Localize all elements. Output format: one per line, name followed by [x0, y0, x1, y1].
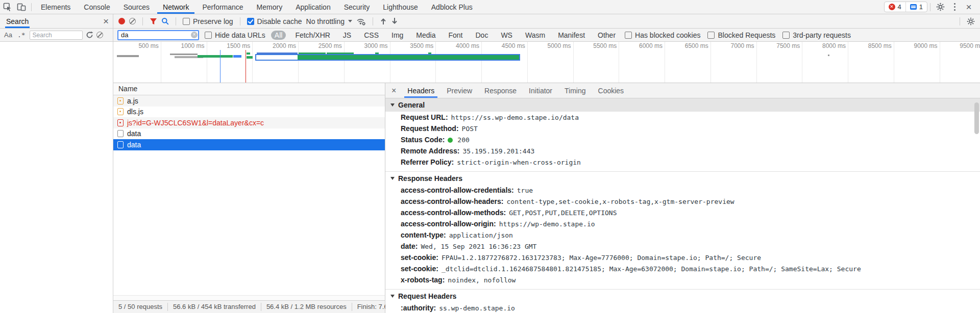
waterfall-bar[interactable] [233, 55, 241, 58]
horizontal-scrollbar[interactable] [113, 295, 385, 300]
status-bar-item: 56.4 kB / 1.2 MB resources [261, 303, 352, 311]
resource-type-pill[interactable]: Img [388, 31, 407, 40]
waterfall-bar[interactable] [170, 54, 198, 55]
refresh-icon[interactable] [86, 31, 93, 39]
file-type-icon [117, 119, 124, 126]
resource-type-pill[interactable]: CSS [360, 31, 382, 40]
filter-clear-icon[interactable]: × [191, 32, 198, 38]
timeline-tick-label: 2000 ms [265, 42, 296, 49]
network-overview-timeline[interactable]: 500 ms1000 ms1500 ms2000 ms2500 ms3000 m… [113, 42, 980, 83]
filter-checkbox[interactable]: 3rd-party requests [782, 31, 851, 39]
network-filter-bar: × Hide data URLs All Fetch/XHR JS CSS Im… [113, 29, 980, 42]
main-tab[interactable]: Elements [34, 0, 77, 14]
network-conditions-icon[interactable] [356, 17, 366, 25]
details-tab[interactable]: Preview [440, 83, 478, 98]
filter-checkbox[interactable]: Blocked Requests [707, 31, 775, 39]
regex-toggle[interactable]: .* [16, 31, 27, 39]
section-header-response-headers[interactable]: Response Headers [385, 171, 980, 185]
details-tab[interactable]: Response [478, 83, 523, 98]
resource-type-pill[interactable]: Manifest [554, 31, 589, 40]
resource-type-pill[interactable]: Doc [472, 31, 492, 40]
header-kv-row: x-robots-tag:noindex, nofollow [385, 274, 980, 285]
more-options-kebab-icon[interactable] [947, 1, 962, 14]
network-settings-gear-icon[interactable] [967, 17, 975, 25]
resource-type-pill[interactable]: WS [497, 31, 516, 40]
main-tab[interactable]: Performance [195, 0, 250, 14]
waterfall-bar[interactable] [117, 55, 139, 57]
details-tab[interactable]: Headers [401, 83, 440, 98]
details-close-icon[interactable]: × [385, 86, 401, 95]
main-tab-label: Memory [257, 3, 283, 11]
divider [240, 17, 240, 25]
resource-type-pill[interactable]: Media [412, 31, 439, 40]
filter-checkbox[interactable]: Has blocked cookies [625, 31, 700, 39]
waterfall-bar[interactable] [198, 55, 233, 58]
resource-type-pill[interactable]: JS [339, 31, 355, 40]
filter-checkbox-label: 3rd-party requests [793, 31, 851, 39]
search-input[interactable] [30, 31, 83, 40]
vertical-scrollbar-thumb[interactable] [974, 102, 979, 134]
filter-funnel-icon[interactable] [150, 18, 157, 25]
request-row[interactable]: a.js [113, 95, 385, 107]
hide-data-urls-checkbox[interactable]: Hide data URLs [205, 31, 265, 39]
name-column-header[interactable]: Name [113, 83, 385, 95]
timeline-tick-label: 1000 ms [174, 42, 205, 49]
main-tab[interactable]: Memory [250, 0, 289, 14]
import-har-icon[interactable] [380, 17, 387, 25]
waterfall-bar[interactable] [828, 55, 830, 56]
header-key: Status Code: [401, 136, 445, 144]
waterfall-bar[interactable] [247, 56, 253, 59]
clear-search-icon[interactable] [96, 32, 103, 38]
resource-type-pill[interactable]: Font [445, 31, 466, 40]
disable-cache-checkbox[interactable]: Disable cache [247, 17, 302, 25]
triangle-down-icon [390, 295, 395, 298]
issues-count-badge[interactable]: 1 [905, 2, 927, 12]
resource-type-pill[interactable]: Wasm [522, 31, 549, 40]
match-case-toggle[interactable]: Aa [3, 31, 13, 39]
close-devtools-icon[interactable]: × [962, 1, 976, 14]
resource-type-pill[interactable]: Fetch/XHR [291, 31, 333, 40]
resource-type-label: Fetch/XHR [295, 31, 330, 39]
main-tab[interactable]: Sources [117, 0, 156, 14]
search-drawer-tab[interactable]: Search [5, 14, 30, 28]
header-key: content-type: [401, 231, 446, 239]
main-tab[interactable]: Lighthouse [376, 0, 425, 14]
console-errors-badge[interactable]: ✕ 4 [885, 2, 905, 12]
clear-network-log-icon[interactable] [129, 18, 136, 24]
section-header-general[interactable]: General [385, 98, 980, 112]
header-value: https://ss.wp-demo.stape.io/data [451, 114, 579, 121]
details-tab[interactable]: Timing [558, 83, 592, 98]
waterfall-bar[interactable] [247, 53, 250, 55]
waterfall-overview[interactable] [113, 50, 980, 83]
details-tab[interactable]: Cookies [592, 83, 630, 98]
request-row[interactable]: dls.js [113, 107, 385, 118]
main-tab[interactable]: Application [289, 0, 337, 14]
main-tab[interactable]: Network [156, 0, 195, 14]
main-tab[interactable]: Adblock Plus [425, 0, 479, 14]
resource-type-pill[interactable]: All [271, 31, 286, 40]
selected-request-waterfall-bar[interactable] [255, 54, 520, 61]
search-magnifier-icon[interactable] [161, 17, 169, 25]
details-tab[interactable]: Initiator [523, 83, 558, 98]
settings-gear-icon[interactable] [933, 1, 947, 14]
device-toolbar-icon[interactable] [14, 1, 29, 14]
export-har-icon[interactable] [391, 17, 398, 25]
search-drawer-close-icon[interactable]: × [103, 16, 109, 26]
main-tab[interactable]: Console [77, 0, 116, 14]
main-tab[interactable]: Security [337, 0, 377, 14]
record-network-log-icon[interactable] [118, 18, 125, 24]
section-header-request-headers[interactable]: Request Headers [385, 289, 980, 302]
throttling-select[interactable]: No throttling [306, 17, 352, 25]
filter-input[interactable] [117, 30, 199, 40]
timeline-tick-label: 1500 ms [219, 42, 250, 49]
request-row[interactable]: data [113, 139, 385, 150]
preserve-log-checkbox[interactable]: Preserve log [183, 17, 233, 25]
details-tab-label: Initiator [529, 87, 552, 95]
main-tab-label: Network [163, 3, 189, 11]
search-results-area[interactable] [0, 42, 113, 313]
request-row[interactable]: data [113, 128, 385, 140]
preserve-log-label: Preserve log [193, 17, 233, 25]
request-row[interactable]: js?id=G-WJ5CLC6SW1&l=dataLayer&cx=c [113, 117, 385, 128]
inspect-element-icon[interactable] [0, 1, 14, 14]
resource-type-pill[interactable]: Other [594, 31, 619, 40]
